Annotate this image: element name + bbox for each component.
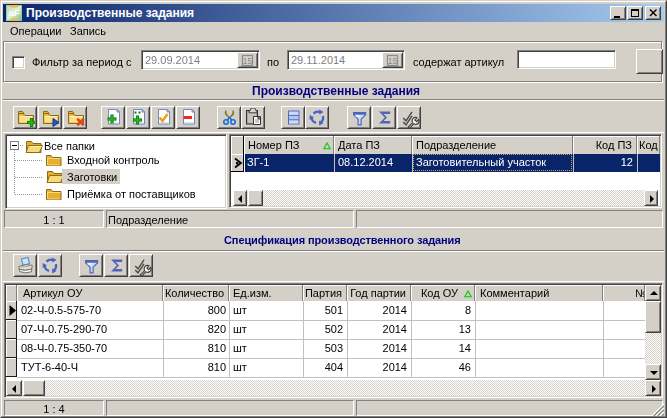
svg-text:15: 15 [243, 56, 253, 66]
svg-text:aF: aF [8, 7, 20, 18]
svg-text:15: 15 [388, 56, 398, 66]
